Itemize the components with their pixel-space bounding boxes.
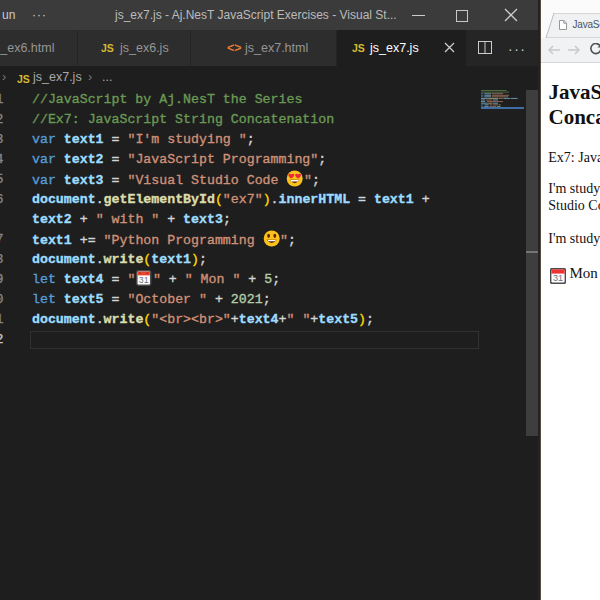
- svg-text:31: 31: [553, 273, 563, 283]
- svg-text:31: 31: [139, 275, 149, 285]
